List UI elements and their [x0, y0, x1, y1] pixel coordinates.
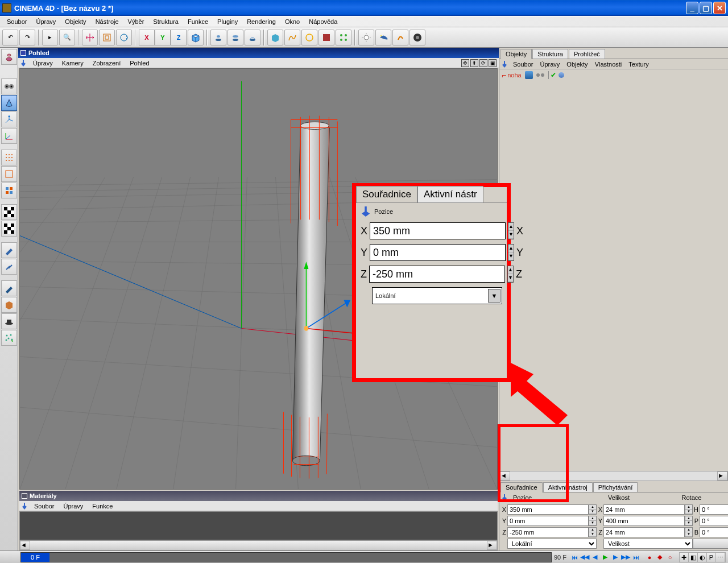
menu-upravy[interactable]: Úpravy: [31, 17, 60, 26]
vp-nav-2[interactable]: ⬍: [470, 59, 478, 67]
key-p-button[interactable]: ✚: [680, 553, 689, 562]
menu-nastroje[interactable]: Nástroje: [91, 17, 123, 26]
zoom-x-input[interactable]: [370, 222, 506, 239]
menu-okno[interactable]: Okno: [280, 17, 304, 26]
om-menu-objekty[interactable]: Objekty: [563, 61, 591, 68]
circle-shape-button[interactable]: [301, 30, 317, 45]
menu-rendering[interactable]: Rendering: [242, 17, 280, 26]
tab-objekty[interactable]: Objekty: [500, 49, 532, 59]
close-button[interactable]: ✕: [713, 2, 726, 14]
tool-points[interactable]: [1, 150, 17, 165]
maximize-button[interactable]: ▢: [700, 2, 712, 14]
vp-nav-3[interactable]: ⟳: [479, 59, 487, 67]
spinner[interactable]: ▲▼: [589, 516, 597, 526]
pos-mode-select[interactable]: Lokální: [507, 539, 597, 549]
tool-eyes[interactable]: [1, 78, 17, 94]
tool-hat[interactable]: [1, 313, 17, 329]
enable-check-icon[interactable]: ✔: [551, 71, 556, 79]
tab-prohlizec[interactable]: Prohlížeč: [569, 49, 605, 59]
phong-tag-icon[interactable]: [559, 72, 564, 78]
materials-body[interactable]: [19, 511, 498, 540]
tab-souradnice[interactable]: Souřadnice: [500, 482, 543, 492]
tool-cone[interactable]: [1, 95, 17, 111]
axis-z-toggle[interactable]: Z: [171, 30, 187, 45]
vp-menu-kamery[interactable]: Kamery: [57, 60, 88, 67]
rot-p-input[interactable]: [700, 516, 728, 526]
size-y-input[interactable]: [603, 516, 685, 526]
primitive-cube-button[interactable]: [188, 30, 204, 45]
tool-brush[interactable]: [1, 242, 17, 258]
pos-z-input[interactable]: [507, 527, 589, 537]
record-button[interactable]: ●: [645, 553, 654, 562]
tool-a-button[interactable]: [392, 30, 408, 45]
menu-pluginy[interactable]: Pluginy: [213, 17, 242, 26]
apply-button[interactable]: Použít: [693, 539, 728, 549]
array-button[interactable]: [336, 30, 351, 45]
key-s-button[interactable]: ◧: [689, 553, 698, 562]
key-param-button[interactable]: P: [707, 553, 716, 562]
nurbs-button[interactable]: [318, 30, 334, 45]
mat-menu-soubor[interactable]: Soubor: [30, 503, 59, 510]
prev-key-button[interactable]: ◀◀: [580, 553, 589, 562]
deformer-1-button[interactable]: [210, 30, 226, 45]
spline-menu-button[interactable]: [284, 30, 300, 45]
zoom-z-input[interactable]: [369, 266, 505, 283]
key-r-button[interactable]: ◐: [698, 553, 707, 562]
zoom-tab-souradnice[interactable]: Souřadnice: [356, 186, 417, 202]
om-scrollbar[interactable]: ◄►: [499, 471, 728, 481]
spinner[interactable]: ▲▼: [508, 222, 514, 239]
key-anim-button[interactable]: ⋯: [716, 553, 725, 562]
tool-coord-icon[interactable]: [1, 128, 17, 144]
goto-end-button[interactable]: ⏭: [631, 553, 640, 562]
axis-x-toggle[interactable]: X: [139, 30, 155, 45]
tab-prichytavani[interactable]: Přichytávání: [593, 482, 638, 492]
tool-checker-a[interactable]: [1, 204, 17, 220]
current-frame[interactable]: 0 F: [21, 553, 49, 562]
deformer-3-button[interactable]: [245, 30, 260, 45]
tool-polys[interactable]: [1, 183, 17, 198]
move-tool[interactable]: 🔍: [59, 30, 75, 45]
om-menu-textury[interactable]: Textury: [625, 61, 652, 68]
mat-menu-funkce[interactable]: Funkce: [88, 503, 117, 510]
size-x-input[interactable]: [603, 504, 685, 515]
next-key-button[interactable]: ▶▶: [621, 553, 630, 562]
object-row-noha[interactable]: ⌐ noha ✔: [499, 69, 728, 81]
spinner[interactable]: ▲▼: [685, 516, 693, 526]
om-menu-soubor[interactable]: Soubor: [510, 61, 536, 68]
tool-vase[interactable]: [1, 49, 17, 65]
spinner[interactable]: ▲▼: [685, 527, 693, 537]
visibility-dots[interactable]: [536, 73, 544, 77]
goto-start-button[interactable]: ⏮: [570, 553, 579, 562]
prev-frame-button[interactable]: ◀: [590, 553, 599, 562]
zoom-y-input[interactable]: [370, 244, 506, 261]
menu-objekty[interactable]: Objekty: [60, 17, 90, 26]
translate-tool[interactable]: [82, 30, 98, 45]
om-menu-upravy[interactable]: Úpravy: [536, 61, 563, 68]
om-menu-vlastnosti[interactable]: Vlastnosti: [592, 61, 626, 68]
tool-edges[interactable]: [1, 166, 17, 182]
axis-y-toggle[interactable]: Y: [155, 30, 171, 45]
tool-particles[interactable]: [1, 330, 17, 346]
zoom-mode-select[interactable]: Lokální▼: [372, 287, 502, 304]
spinner[interactable]: ▲▼: [685, 504, 693, 515]
tool-checker-b[interactable]: [1, 221, 17, 237]
minimize-button[interactable]: _: [686, 2, 698, 14]
menu-struktura[interactable]: Struktura: [148, 17, 183, 26]
pos-y-input[interactable]: [507, 516, 589, 526]
rot-h-input[interactable]: [700, 504, 728, 515]
spinner[interactable]: ▲▼: [589, 504, 597, 515]
undo-button[interactable]: ↶: [2, 30, 18, 45]
vp-menu-upravy[interactable]: Úpravy: [28, 60, 57, 67]
autokey-button[interactable]: ◆: [655, 553, 664, 562]
expand-icon[interactable]: ⌐: [502, 71, 506, 80]
spinner[interactable]: ▲▼: [589, 527, 597, 537]
menu-funkce[interactable]: Funkce: [183, 17, 213, 26]
select-tool[interactable]: ▸: [42, 30, 58, 45]
spinner[interactable]: ▲▼: [508, 244, 514, 261]
tab-aktivni-nastroj[interactable]: Aktivní nástroj: [543, 482, 593, 492]
menu-soubor[interactable]: Soubor: [2, 17, 31, 26]
size-mode-select[interactable]: Velikost: [603, 539, 693, 549]
spinner[interactable]: ▲▼: [507, 266, 514, 283]
tool-box[interactable]: [1, 297, 17, 313]
vp-menu-zobrazeni[interactable]: Zobrazení: [88, 60, 126, 67]
